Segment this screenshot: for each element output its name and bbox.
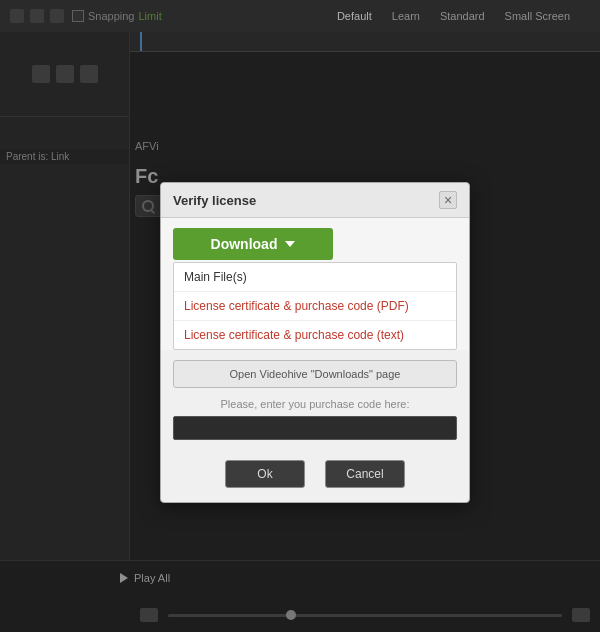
download-arrow-icon [285, 241, 295, 247]
download-button[interactable]: Download [173, 228, 333, 260]
download-section: Download Main File(s) License certificat… [161, 218, 469, 350]
open-videohive-button[interactable]: Open Videohive "Downloads" page [173, 360, 457, 388]
verify-license-dialog: Verify license × Download Main File(s) L… [160, 182, 470, 503]
dialog-title: Verify license [173, 193, 256, 208]
dropdown-item-main[interactable]: Main File(s) [174, 263, 456, 292]
download-label: Download [211, 236, 278, 252]
dialog-header: Verify license × [161, 183, 469, 218]
purchase-code-input[interactable] [173, 416, 457, 440]
ok-button[interactable]: Ok [225, 460, 305, 488]
dropdown-item-text[interactable]: License certificate & purchase code (tex… [174, 321, 456, 349]
download-dropdown: Main File(s) License certificate & purch… [173, 262, 457, 350]
dialog-footer: Ok Cancel [161, 450, 469, 502]
dropdown-item-pdf[interactable]: License certificate & purchase code (PDF… [174, 292, 456, 321]
purchase-section: Please, enter you purchase code here: [161, 398, 469, 450]
cancel-button[interactable]: Cancel [325, 460, 405, 488]
purchase-label: Please, enter you purchase code here: [173, 398, 457, 410]
dialog-close-button[interactable]: × [439, 191, 457, 209]
